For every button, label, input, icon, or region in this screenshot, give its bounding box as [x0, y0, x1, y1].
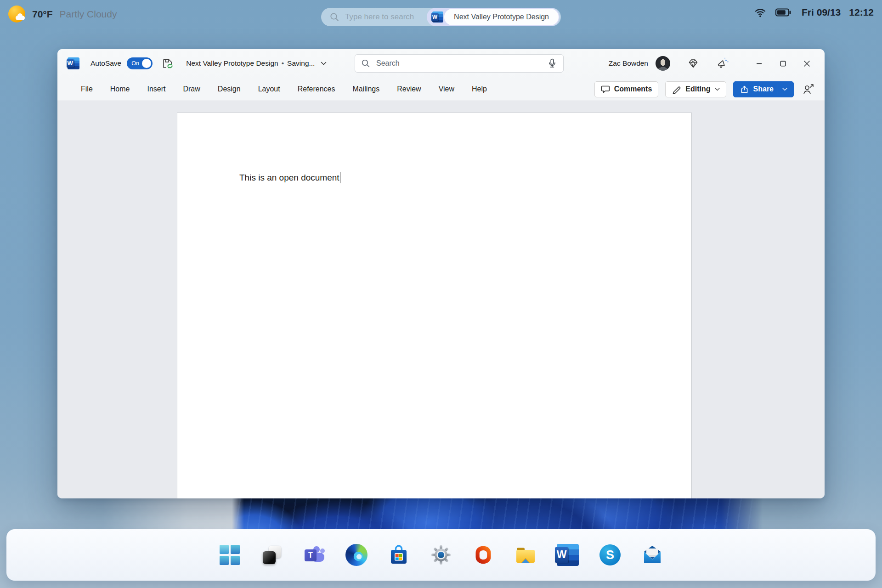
search-icon: [361, 59, 370, 68]
search-icon: [329, 12, 339, 22]
word-window: W AutoSave On Next Valley Prototype Desi…: [57, 49, 825, 498]
microsoft-store-icon: [388, 544, 410, 566]
toggle-knob: [142, 59, 151, 68]
desktop-topbar: 70°F Partly Cloudy Type here to search W…: [0, 0, 882, 29]
share-divider: [778, 85, 778, 94]
partly-cloudy-icon: [8, 6, 25, 23]
taskbar-task-view[interactable]: [261, 544, 283, 566]
autosave-state: On: [131, 60, 139, 67]
settings-gear-icon: [430, 544, 452, 566]
taskbar-start-button[interactable]: [219, 544, 241, 566]
running-app-chip[interactable]: W Next Valley Prototype Design: [427, 8, 560, 26]
comment-bubble-icon: [601, 85, 610, 94]
save-sync-button[interactable]: [162, 57, 174, 70]
word-icon: W: [557, 544, 579, 566]
mail-icon: [641, 544, 663, 566]
taskbar-skype[interactable]: S: [599, 544, 621, 566]
share-icon: [740, 85, 749, 94]
taskbar-mail[interactable]: [641, 544, 663, 566]
tab-layout[interactable]: Layout: [249, 85, 289, 93]
document-text-line: This is an open document: [239, 172, 340, 183]
chevron-down-icon: [321, 62, 327, 65]
share-button[interactable]: Share: [733, 81, 794, 97]
document-text: This is an open document: [239, 173, 339, 183]
tab-home[interactable]: Home: [102, 85, 139, 93]
document-status: Saving...: [287, 59, 315, 68]
word-titlebar: W AutoSave On Next Valley Prototype Desi…: [57, 49, 825, 78]
taskbar: T: [6, 529, 876, 581]
skype-icon: S: [599, 544, 621, 565]
premium-diamond-icon[interactable]: [688, 58, 699, 69]
ribbon-tabs: File Home Insert Draw Design Layout Refe…: [72, 85, 496, 93]
minimize-button[interactable]: [751, 57, 767, 70]
taskbar-edge[interactable]: [345, 544, 368, 566]
catch-up-person-icon[interactable]: [803, 83, 814, 95]
taskbar-settings[interactable]: [430, 544, 452, 566]
comments-label: Comments: [614, 85, 652, 93]
tab-design[interactable]: Design: [209, 85, 249, 93]
word-app-icon: W: [432, 11, 443, 23]
word-search-box[interactable]: Search: [355, 54, 564, 73]
editing-mode-dropdown[interactable]: Editing: [665, 81, 726, 97]
close-button[interactable]: [799, 57, 814, 70]
ribbon-actions: Comments Editing Share: [594, 81, 814, 97]
text-cursor: [340, 172, 341, 183]
weather-temperature: 70°F: [32, 9, 53, 20]
whats-new-megaphone-icon[interactable]: [716, 57, 729, 70]
file-explorer-icon: [514, 544, 537, 566]
desktop-search-placeholder: Type here to search: [345, 12, 414, 22]
tray-clock: 12:12: [849, 7, 874, 18]
document-page[interactable]: This is an open document: [177, 113, 692, 498]
comments-button[interactable]: Comments: [594, 81, 659, 97]
maximize-button[interactable]: [775, 57, 791, 70]
account-name[interactable]: Zac Bowden: [609, 59, 648, 68]
tab-insert[interactable]: Insert: [138, 85, 174, 93]
word-search-placeholder: Search: [376, 59, 400, 68]
tab-draw[interactable]: Draw: [174, 85, 209, 93]
task-view-icon: [262, 545, 282, 565]
edge-icon: [345, 544, 368, 566]
tab-references[interactable]: References: [289, 85, 344, 93]
chevron-down-icon: [782, 88, 787, 91]
title-separator: •: [282, 59, 284, 68]
taskbar-file-explorer[interactable]: [514, 544, 537, 566]
taskbar-word[interactable]: W: [557, 544, 579, 566]
desktop-search-bar[interactable]: Type here to search W Next Valley Protot…: [321, 8, 561, 26]
weather-widget[interactable]: 70°F Partly Cloudy: [8, 6, 117, 23]
running-app-label: Next Valley Prototype Design: [444, 9, 559, 25]
system-tray[interactable]: Fri 09/13 12:12: [754, 6, 874, 18]
document-canvas: This is an open document: [57, 101, 825, 498]
tab-mailings[interactable]: Mailings: [344, 85, 389, 93]
tab-view[interactable]: View: [430, 85, 463, 93]
word-logo-icon: W: [68, 57, 79, 69]
titlebar-right: Zac Bowden: [609, 56, 814, 71]
tray-date: Fri 09/13: [802, 7, 841, 18]
share-label: Share: [753, 85, 774, 93]
dictate-mic-icon[interactable]: [547, 58, 557, 69]
taskbar-office[interactable]: [472, 544, 494, 566]
wifi-icon: [754, 6, 767, 18]
account-avatar[interactable]: [656, 56, 670, 71]
tab-help[interactable]: Help: [463, 85, 496, 93]
weather-condition: Partly Cloudy: [60, 9, 117, 20]
chevron-down-icon: [715, 88, 720, 91]
document-title: Next Valley Prototype Design: [186, 59, 278, 68]
editing-label: Editing: [685, 85, 710, 93]
windows-start-icon: [220, 545, 240, 565]
teams-icon: T: [303, 544, 325, 566]
autosave-label: AutoSave: [90, 59, 121, 68]
tab-review[interactable]: Review: [388, 85, 430, 93]
taskbar-teams[interactable]: T: [303, 544, 325, 566]
tab-file[interactable]: File: [72, 85, 102, 93]
document-title-dropdown[interactable]: Next Valley Prototype Design • Saving...: [186, 59, 327, 68]
taskbar-microsoft-store[interactable]: [388, 544, 410, 566]
battery-icon: [775, 7, 792, 18]
autosave-toggle[interactable]: On: [127, 57, 153, 69]
office-icon: [473, 544, 493, 566]
window-controls: [743, 57, 814, 70]
ribbon-tab-row: File Home Insert Draw Design Layout Refe…: [57, 78, 825, 101]
desktop: 70°F Partly Cloudy Type here to search W…: [0, 0, 882, 588]
pencil-icon: [672, 85, 681, 94]
